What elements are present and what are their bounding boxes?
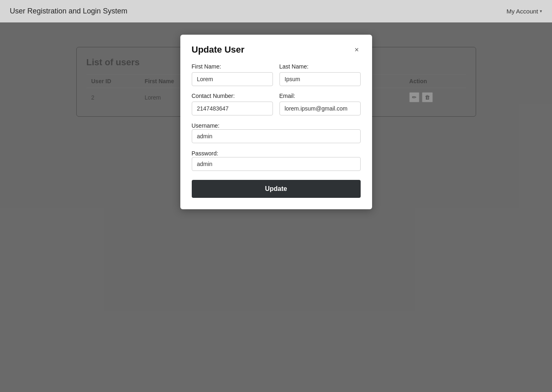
contact-email-row: Contact Number: Email: xyxy=(192,93,361,115)
email-group: Email: xyxy=(279,93,361,115)
email-label: Email: xyxy=(279,93,361,99)
password-input[interactable] xyxy=(192,157,361,171)
navbar: User Registration and Login System My Ac… xyxy=(0,0,552,22)
contact-input[interactable] xyxy=(192,102,273,115)
name-row: First Name: Last Name: xyxy=(192,63,361,86)
modal-header: Update User × xyxy=(192,44,361,55)
last-name-group: Last Name: xyxy=(279,63,361,86)
modal-backdrop: Update User × First Name: Last Name: Con… xyxy=(0,22,552,392)
modal-title: Update User xyxy=(192,44,245,55)
username-input[interactable] xyxy=(192,129,361,143)
last-name-label: Last Name: xyxy=(279,63,361,70)
update-user-modal: Update User × First Name: Last Name: Con… xyxy=(180,35,372,209)
update-button[interactable]: Update xyxy=(192,180,361,198)
password-group: Password: xyxy=(192,150,361,171)
first-name-group: First Name: xyxy=(192,63,273,86)
username-label: Username: xyxy=(192,122,219,129)
email-input[interactable] xyxy=(279,102,361,115)
contact-group: Contact Number: xyxy=(192,93,273,115)
my-account-menu[interactable]: My Account ▾ xyxy=(506,8,542,15)
my-account-label: My Account xyxy=(506,8,538,15)
modal-close-button[interactable]: × xyxy=(353,46,361,53)
last-name-input[interactable] xyxy=(279,72,361,86)
first-name-label: First Name: xyxy=(192,63,273,70)
contact-label: Contact Number: xyxy=(192,93,273,99)
password-label: Password: xyxy=(192,150,218,157)
username-group: Username: xyxy=(192,122,361,143)
chevron-down-icon: ▾ xyxy=(540,9,542,14)
app-title: User Registration and Login System xyxy=(10,7,127,16)
first-name-input[interactable] xyxy=(192,72,273,86)
